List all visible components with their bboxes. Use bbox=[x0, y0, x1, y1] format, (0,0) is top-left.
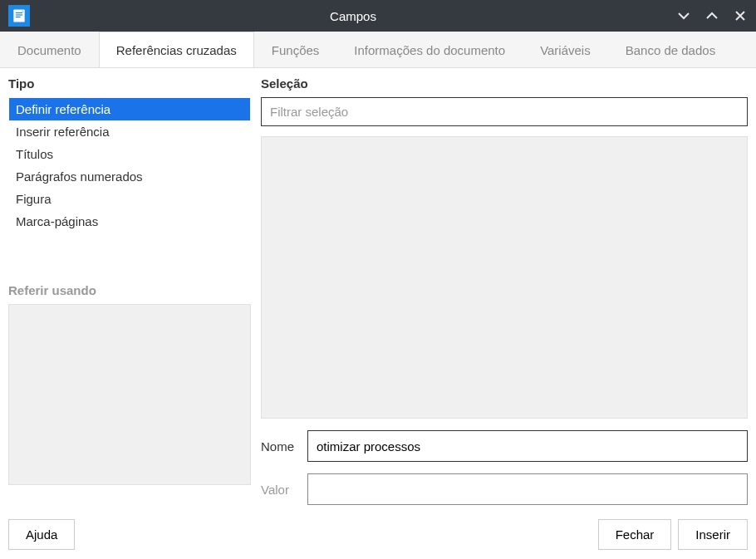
tab-informacoes-documento[interactable]: Informações do documento bbox=[336, 32, 523, 67]
tab-documento[interactable]: Documento bbox=[0, 32, 99, 67]
minimize-button[interactable] bbox=[676, 8, 691, 23]
refer-list bbox=[8, 304, 251, 485]
tab-referencias-cruzadas[interactable]: Referências cruzadas bbox=[99, 32, 254, 67]
type-item-definir-referencia[interactable]: Definir referência bbox=[9, 98, 250, 120]
help-button[interactable]: Ajuda bbox=[8, 519, 75, 550]
type-header: Tipo bbox=[8, 76, 251, 91]
type-item-inserir-referencia[interactable]: Inserir referência bbox=[9, 120, 250, 143]
type-item-marca-paginas[interactable]: Marca-páginas bbox=[9, 210, 250, 233]
close-dialog-button[interactable]: Fechar bbox=[598, 519, 672, 550]
right-panel: Seleção Nome Valor bbox=[261, 76, 748, 501]
left-panel: Tipo Definir referência Inserir referênc… bbox=[8, 76, 251, 501]
refer-section: Referir usando bbox=[8, 283, 251, 485]
value-row: Valor bbox=[261, 473, 748, 505]
app-icon bbox=[8, 5, 30, 27]
name-input[interactable] bbox=[307, 430, 748, 462]
refer-header: Referir usando bbox=[8, 283, 251, 297]
type-item-paragrafos-numerados[interactable]: Parágrafos numerados bbox=[9, 165, 250, 188]
close-button[interactable] bbox=[733, 8, 748, 23]
name-row: Nome bbox=[261, 430, 748, 462]
svg-rect-1 bbox=[16, 12, 22, 13]
insert-button[interactable]: Inserir bbox=[678, 519, 748, 550]
selection-header: Seleção bbox=[261, 76, 748, 91]
dialog-content: Tipo Definir referência Inserir referênc… bbox=[0, 68, 756, 509]
window-title: Campos bbox=[30, 9, 676, 23]
tab-funcoes[interactable]: Funções bbox=[254, 32, 337, 67]
type-list[interactable]: Definir referência Inserir referência Tí… bbox=[8, 97, 251, 233]
tab-banco-dados[interactable]: Banco de dados bbox=[608, 32, 733, 67]
window-controls bbox=[676, 8, 748, 23]
svg-rect-2 bbox=[16, 14, 22, 15]
type-item-titulos[interactable]: Títulos bbox=[9, 143, 250, 165]
name-label: Nome bbox=[261, 439, 297, 454]
selection-list[interactable] bbox=[261, 136, 748, 419]
tab-bar: Documento Referências cruzadas Funções I… bbox=[0, 32, 756, 68]
svg-rect-3 bbox=[16, 17, 21, 17]
tab-variaveis[interactable]: Variáveis bbox=[523, 32, 608, 67]
value-input bbox=[307, 473, 748, 505]
value-label: Valor bbox=[261, 483, 297, 497]
dialog-footer: Ajuda Fechar Inserir bbox=[0, 509, 756, 559]
maximize-button[interactable] bbox=[704, 8, 719, 23]
type-item-figura[interactable]: Figura bbox=[9, 188, 250, 210]
titlebar: Campos bbox=[0, 0, 756, 32]
filter-input[interactable] bbox=[261, 97, 748, 126]
